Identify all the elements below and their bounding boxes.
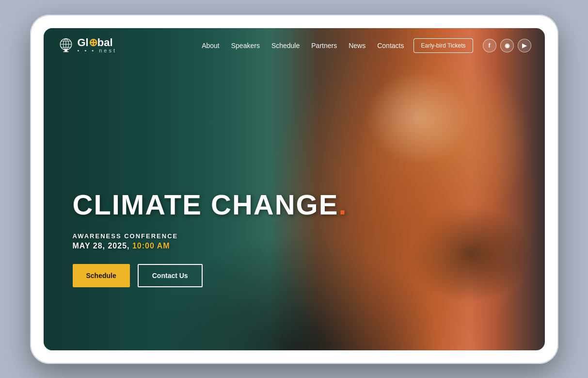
hero-background: Gl⊕bal • • • nest About Speakers Schedul… xyxy=(44,28,545,350)
instagram-icon[interactable]: ◉ xyxy=(500,39,514,52)
hero-buttons: Schedule Contact Us xyxy=(73,264,348,287)
nav-partners[interactable]: Partners xyxy=(311,42,337,49)
hero-title: CLIMATE CHANGE. xyxy=(73,191,348,219)
nav-news[interactable]: News xyxy=(349,42,366,49)
contact-button[interactable]: Contact Us xyxy=(138,264,203,287)
hero-content: CLIMATE CHANGE. AWARENESS CONFERENCE MAY… xyxy=(73,191,348,287)
nav-schedule[interactable]: Schedule xyxy=(271,42,300,49)
hero-dot: . xyxy=(338,189,347,220)
logo: Gl⊕bal • • • nest xyxy=(57,37,117,54)
nav-links: About Speakers Schedule Partners News Co… xyxy=(202,42,404,49)
browser-window: Gl⊕bal • • • nest About Speakers Schedul… xyxy=(44,28,545,350)
logo-text: Gl⊕bal • • • nest xyxy=(78,37,117,53)
nav-contacts[interactable]: Contacts xyxy=(377,42,404,49)
event-info: AWARENESS CONFERENCE MAY 28, 2025, 10:00… xyxy=(73,232,348,250)
logo-icon xyxy=(57,37,75,54)
device-frame: Gl⊕bal • • • nest About Speakers Schedul… xyxy=(30,15,558,364)
event-date: MAY 28, 2025, 10:00 AM xyxy=(73,242,348,250)
social-icons: f ◉ ▶ xyxy=(483,39,531,52)
logo-name: Gl⊕bal xyxy=(78,37,117,48)
navbar: Gl⊕bal • • • nest About Speakers Schedul… xyxy=(44,28,545,63)
nav-about[interactable]: About xyxy=(202,42,220,49)
svg-point-8 xyxy=(64,49,67,52)
event-type: AWARENESS CONFERENCE xyxy=(73,232,348,240)
logo-subtitle: • • • nest xyxy=(78,48,117,53)
schedule-button[interactable]: Schedule xyxy=(73,264,130,287)
nav-speakers[interactable]: Speakers xyxy=(231,42,260,49)
facebook-icon[interactable]: f xyxy=(483,39,496,52)
early-bird-button[interactable]: Early-bird Tickets xyxy=(413,38,473,53)
event-time: 10:00 AM xyxy=(132,242,170,250)
youtube-icon[interactable]: ▶ xyxy=(518,39,531,52)
